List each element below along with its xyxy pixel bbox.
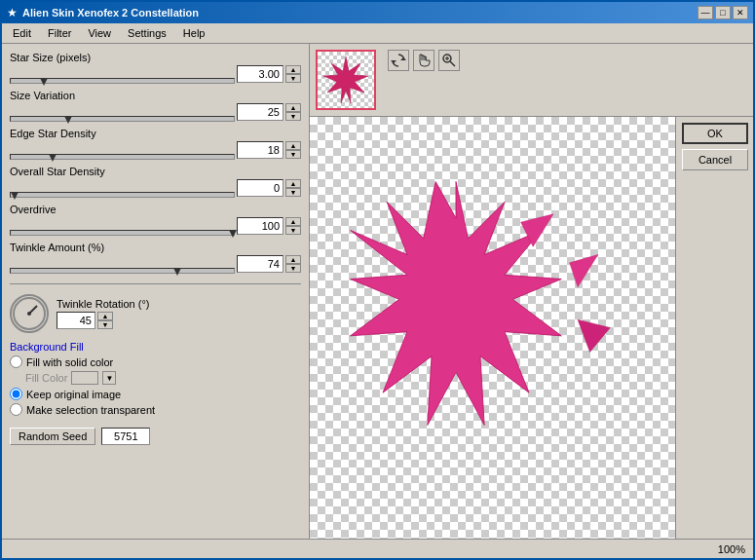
star-size-value[interactable]: 3.00	[237, 65, 283, 83]
status-bar: 100%	[2, 539, 753, 558]
overdrive-slider-row: 100 ▲ ▼	[10, 216, 301, 236]
edge-star-density-up[interactable]: ▲	[285, 141, 301, 150]
twinkle-amount-slider-row: 74 ▲ ▼	[10, 254, 301, 274]
overdrive-spinner: ▲ ▼	[285, 217, 301, 235]
twinkle-amount-spinner: ▲ ▼	[285, 255, 301, 273]
overdrive-down[interactable]: ▼	[285, 226, 301, 235]
minimize-button[interactable]: —	[698, 6, 713, 19]
maximize-button[interactable]: □	[715, 6, 731, 19]
size-variation-control: Size Variation 25 ▲ ▼	[10, 90, 301, 122]
rotate-icon	[391, 53, 406, 68]
ok-cancel-panel: OK Cancel	[675, 117, 753, 539]
overall-star-density-control: Overall Star Density 0 ▲ ▼	[10, 166, 301, 198]
keep-original-row: Keep original image	[10, 388, 301, 400]
twinkle-rotation-down[interactable]: ▼	[97, 320, 113, 329]
menu-settings[interactable]: Settings	[122, 25, 172, 41]
rotation-dial[interactable]	[10, 294, 49, 333]
cancel-button[interactable]: Cancel	[682, 149, 748, 170]
menu-edit[interactable]: Edit	[7, 25, 37, 41]
edge-star-density-slider[interactable]	[10, 154, 235, 160]
overall-star-density-value[interactable]: 0	[237, 179, 283, 197]
menu-view[interactable]: View	[82, 25, 117, 41]
star-size-up[interactable]: ▲	[285, 65, 301, 74]
overdrive-value[interactable]: 100	[237, 217, 283, 235]
menu-help[interactable]: Help	[177, 25, 211, 41]
edge-star-density-down[interactable]: ▼	[285, 150, 301, 159]
svg-marker-13	[578, 319, 610, 352]
twinkle-amount-control: Twinkle Amount (%) 74 ▲ ▼	[10, 242, 301, 274]
fill-color-arrow[interactable]: ▼	[102, 371, 116, 385]
tools-row	[388, 50, 460, 71]
star-size-control: Star Size (pixels) 3.00 ▲ ▼	[10, 52, 301, 84]
star-size-slider[interactable]	[10, 78, 235, 84]
svg-marker-5	[391, 60, 396, 63]
overdrive-up[interactable]: ▲	[285, 217, 301, 226]
make-transparent-row: Make selection transparent	[10, 403, 301, 416]
twinkle-amount-label: Twinkle Amount (%)	[10, 242, 301, 253]
size-variation-up[interactable]: ▲	[285, 103, 301, 112]
twinkle-amount-up[interactable]: ▲	[285, 255, 301, 264]
tool-zoom-button[interactable]	[438, 50, 460, 71]
tool-rotate-button[interactable]	[388, 50, 409, 71]
twinkle-rotation-value-row: 45 ▲ ▼	[57, 312, 150, 329]
size-variation-label: Size Variation	[10, 90, 301, 101]
preview-top-bar	[310, 44, 753, 117]
random-seed-row: Random Seed 5751	[10, 428, 301, 445]
dial-svg	[12, 296, 47, 331]
menu-bar: Edit Filter View Settings Help	[2, 23, 753, 44]
twinkle-rotation-value[interactable]: 45	[57, 312, 95, 329]
background-fill-section: Background Fill Fill with solid color Fi…	[10, 341, 301, 416]
size-variation-slider[interactable]	[10, 116, 235, 122]
ok-button[interactable]: OK	[682, 123, 748, 144]
keep-original-radio[interactable]	[10, 388, 22, 400]
twinkle-amount-value[interactable]: 74	[237, 255, 283, 273]
content-area: Star Size (pixels) 3.00 ▲ ▼ Size	[2, 44, 753, 539]
thumbnail-preview	[316, 50, 376, 110]
title-bar-left: ★ Alien Skin Xenofex 2 Constellation	[7, 6, 199, 19]
separator-1	[10, 283, 301, 284]
overall-star-density-slider-row: 0 ▲ ▼	[10, 178, 301, 198]
edge-star-density-value[interactable]: 18	[237, 141, 283, 159]
size-variation-slider-wrap	[10, 102, 235, 122]
size-variation-down[interactable]: ▼	[285, 112, 301, 121]
make-transparent-radio[interactable]	[10, 403, 22, 416]
star-size-slider-wrap	[10, 64, 235, 84]
overdrive-slider[interactable]	[10, 230, 235, 236]
twinkle-rotation-section: Twinkle Rotation (°) 45 ▲ ▼	[10, 294, 301, 333]
thumbnail-star-svg	[318, 52, 374, 108]
overall-star-density-down[interactable]: ▼	[285, 188, 301, 197]
svg-point-2	[27, 312, 31, 316]
twinkle-amount-slider[interactable]	[10, 268, 235, 274]
overall-star-density-up[interactable]: ▲	[285, 179, 301, 188]
fill-color-swatch[interactable]	[71, 371, 98, 385]
twinkle-amount-down[interactable]: ▼	[285, 264, 301, 273]
random-seed-button[interactable]: Random Seed	[10, 428, 95, 445]
overdrive-label: Overdrive	[10, 204, 301, 215]
hand-icon	[416, 53, 432, 68]
close-button[interactable]: ✕	[733, 6, 748, 19]
twinkle-rotation-controls: Twinkle Rotation (°) 45 ▲ ▼	[57, 298, 150, 329]
star-size-label: Star Size (pixels)	[10, 52, 301, 63]
title-bar-buttons: — □ ✕	[698, 6, 748, 19]
menu-filter[interactable]: Filter	[42, 25, 77, 41]
title-bar: ★ Alien Skin Xenofex 2 Constellation — □…	[2, 2, 753, 23]
right-content-row: OK Cancel	[310, 117, 753, 539]
svg-marker-4	[400, 57, 406, 60]
tool-hand-button[interactable]	[413, 50, 434, 71]
svg-marker-3	[323, 56, 368, 103]
twinkle-rotation-spinner: ▲ ▼	[97, 312, 113, 329]
overall-star-density-label: Overall Star Density	[10, 166, 301, 177]
preview-canvas[interactable]	[310, 117, 675, 539]
overall-star-density-slider-wrap	[10, 178, 235, 198]
twinkle-rotation-up[interactable]: ▲	[97, 312, 113, 320]
size-variation-value[interactable]: 25	[237, 103, 283, 121]
star-size-down[interactable]: ▼	[285, 74, 301, 83]
fill-solid-radio[interactable]	[10, 355, 22, 368]
fill-color-row: Fill Color ▼	[10, 371, 301, 385]
size-variation-slider-row: 25 ▲ ▼	[10, 102, 301, 122]
random-seed-value[interactable]: 5751	[101, 428, 150, 445]
edge-star-density-slider-wrap	[10, 140, 235, 160]
twinkle-amount-slider-wrap	[10, 254, 235, 274]
overall-star-density-slider[interactable]	[10, 192, 235, 198]
background-fill-title: Background Fill	[10, 341, 301, 353]
